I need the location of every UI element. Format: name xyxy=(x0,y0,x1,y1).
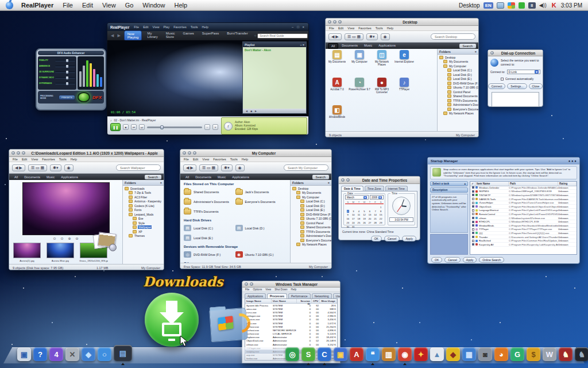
file-icon[interactable]: e Internet Explorer xyxy=(393,50,415,76)
minimize-icon[interactable] xyxy=(346,178,350,182)
row-checkbox[interactable] xyxy=(472,217,474,219)
dfx-slider-track[interactable] xyxy=(55,83,75,85)
dock-icon[interactable]: C xyxy=(318,347,331,361)
search-input[interactable] xyxy=(431,33,475,40)
realplayer-tab[interactable]: Now Playing xyxy=(124,30,142,41)
tree-item[interactable]: TTF8's Documents xyxy=(438,98,478,103)
calendar-day[interactable]: 11 xyxy=(356,213,362,217)
close-icon[interactable] xyxy=(183,151,186,155)
dock-icon[interactable]: ◆ xyxy=(82,347,95,361)
dialog-tab[interactable]: Internet Time xyxy=(385,186,408,191)
view-toggle-icons[interactable]: ☰ ▭ ▦ xyxy=(345,33,363,40)
playlist-item[interactable]: Don't Matter - Akon xyxy=(245,48,304,52)
search-button[interactable]: Search xyxy=(459,44,476,48)
dropdown-icon[interactable]: ▾ xyxy=(535,70,539,74)
tree-item[interactable]: Local Disk (D:) xyxy=(291,204,331,208)
row-checkbox[interactable] xyxy=(472,190,474,193)
tree-item[interactable]: Local Disk (C:) xyxy=(438,68,478,73)
dialog-button[interactable]: Apply xyxy=(402,236,416,241)
explorer-menu-item[interactable]: View xyxy=(202,158,209,161)
minimize-icon[interactable] xyxy=(333,20,336,24)
display-tray-icon[interactable] xyxy=(497,2,504,9)
wallpaper-preview-image[interactable] xyxy=(22,182,110,235)
dock-icon[interactable]: ? xyxy=(33,347,47,361)
calendar-day[interactable] xyxy=(367,225,373,229)
volume-icon[interactable]: ◀)) xyxy=(539,2,548,9)
table-row[interactable]: ObjectDock C:\Program Files\Stardock\Obj… xyxy=(470,205,577,209)
downloads-dock-icon[interactable] xyxy=(145,293,199,347)
dock-icon[interactable]: ◕ xyxy=(494,347,508,361)
close-panel-icon[interactable]: × xyxy=(160,181,162,185)
calendar-day[interactable]: 1 xyxy=(378,205,384,209)
pause-button[interactable]: ❚❚ xyxy=(110,123,121,131)
spinner-icon[interactable]: ⇕ xyxy=(378,196,382,199)
realplayer-tab[interactable]: Music Store xyxy=(163,30,178,41)
dfx-presets-button[interactable]: PRESETS xyxy=(59,95,75,100)
titlebar[interactable]: C:\Downloads\Leopard Edition 1.1 AIO (19… xyxy=(9,150,164,157)
calendar-day[interactable]: 23 xyxy=(345,221,351,225)
calendar-day[interactable]: 13 xyxy=(367,213,373,217)
tree-item[interactable]: My Documents xyxy=(291,191,331,195)
dialog-button[interactable]: Cancel xyxy=(444,257,461,263)
back-icon[interactable]: ◀ ▶ xyxy=(12,164,25,171)
process-row[interactable]: winlogon.exe SYSTEM 0 00 2,980 K xyxy=(245,315,337,318)
realplayer-titlebar[interactable]: RealPlayer FileEditViewPlayFavoritesTool… xyxy=(107,23,308,31)
zoom-icon[interactable] xyxy=(338,20,342,24)
calendar-day[interactable]: 17 xyxy=(351,217,357,221)
column-header[interactable]: Mem Usage xyxy=(320,299,337,303)
table-row[interactable]: RTHDCPL C:\Windows\RTHDCPL.EXE Unknown xyxy=(470,220,577,224)
tree-item[interactable]: Everyone's Documents xyxy=(438,107,478,112)
tree-item[interactable]: DVD-RAM Drive (F:) xyxy=(291,212,331,217)
dialog-button[interactable]: OK xyxy=(371,236,382,241)
search-button[interactable]: Search xyxy=(312,175,329,179)
row-checkbox[interactable] xyxy=(472,228,474,231)
month-select[interactable]: March▾ xyxy=(345,195,369,200)
row-checkbox[interactable] xyxy=(472,194,474,196)
back-icon[interactable]: ◀ ▶ xyxy=(328,33,342,40)
tree-item[interactable]: Control Panel xyxy=(438,90,478,94)
realplayer-menu-item[interactable]: Help xyxy=(202,25,208,29)
tree-item[interactable]: XP xyxy=(123,229,164,234)
tree-item[interactable]: Leopard_Mods xyxy=(123,212,164,217)
explorer-menu-item[interactable]: Help xyxy=(242,158,248,161)
calendar-day[interactable]: 2 xyxy=(345,209,351,213)
row-checkbox[interactable] xyxy=(472,221,474,223)
realplayer-tab[interactable]: My Library xyxy=(144,30,160,41)
process-row[interactable]: csrss.exe SYSTEM 0 00 4,564 K xyxy=(245,310,337,314)
tree-item[interactable]: My Documents xyxy=(438,60,478,64)
dialog-tab[interactable]: Date & Time xyxy=(341,186,363,191)
dfx-slider-thumb[interactable] xyxy=(66,59,68,62)
table-row[interactable]: WindowBlinds C:\Program Files\Stardock\W… xyxy=(470,224,577,228)
calendar-day[interactable]: 26 xyxy=(362,221,368,225)
dialog-button[interactable]: Apply xyxy=(463,257,477,263)
realguide-search-input[interactable] xyxy=(257,33,308,39)
playlist-prev-icon[interactable]: ◄ xyxy=(245,109,248,113)
tree-item[interactable]: Shared Documents xyxy=(438,94,478,99)
menu-item[interactable]: Window xyxy=(142,2,165,9)
dock-icon[interactable]: S xyxy=(301,347,315,361)
tree-item[interactable]: Control Panel xyxy=(291,221,331,225)
dock-icon[interactable]: ◙ xyxy=(478,347,492,361)
close-panel-icon[interactable]: × xyxy=(328,181,330,185)
close-panel-icon[interactable]: × xyxy=(475,50,477,53)
action-menu-icon[interactable]: ✱▾ xyxy=(50,164,61,171)
tree-item[interactable]: Ubuntu 7.10 i386 (G:) xyxy=(291,217,331,221)
windows-tray-icon[interactable] xyxy=(508,2,515,9)
filter-segment[interactable]: Applications xyxy=(58,175,81,179)
realplayer-menu-item[interactable]: Tools xyxy=(191,25,198,29)
search-input[interactable] xyxy=(284,164,328,171)
dfx-slider-row[interactable]: 3D SURROUND xyxy=(39,69,75,75)
process-row[interactable]: smss.exe SYSTEM 0 00 388 K xyxy=(245,307,337,310)
row-checkbox[interactable] xyxy=(472,186,474,189)
rotate-left-icon[interactable]: ⊙ xyxy=(53,236,56,240)
task-list-box[interactable] xyxy=(430,234,468,255)
calendar-day[interactable]: 15 xyxy=(378,213,384,217)
tree-item[interactable]: My Computer xyxy=(291,195,331,200)
calendar-day[interactable]: 30 xyxy=(345,225,351,229)
tree-item[interactable]: TTF8's Documents xyxy=(291,229,331,234)
tree-item[interactable]: Fonts xyxy=(123,208,164,213)
calendar-day[interactable]: 6 xyxy=(367,209,373,213)
column-header[interactable]: Item Name xyxy=(475,182,509,186)
tree-item[interactable]: Local Disk (C:) xyxy=(291,200,331,204)
back-icon[interactable]: ◀ xyxy=(111,33,114,38)
